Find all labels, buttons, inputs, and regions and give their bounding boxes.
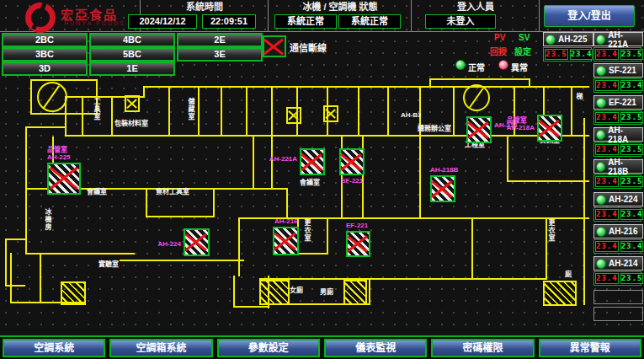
status-led-icon: [546, 35, 556, 45]
nav-button-param-setting[interactable]: 參數設定: [217, 339, 320, 357]
room-label: 會議室: [87, 188, 107, 196]
wall-line: [387, 86, 389, 137]
nav-button-meter-monitor[interactable]: 儀表監視: [324, 339, 427, 357]
normal-legend-label: 正常: [468, 61, 485, 73]
equipment-name: AH-225: [558, 35, 587, 44]
nav-button-password-auth[interactable]: 密碼權限: [431, 339, 534, 357]
wall-line: [246, 86, 247, 137]
floor-button-4bc[interactable]: 4BC: [89, 33, 175, 47]
equipment-button-ah-221a[interactable]: AH-221A: [593, 32, 643, 46]
device-tag-label: AH-218A: [507, 124, 535, 131]
device-tag-label: AH-218B: [430, 166, 458, 174]
plan-device-ah-224[interactable]: AH-224: [184, 228, 210, 256]
pv-header-label: PV: [494, 33, 505, 42]
floor-button-5bc[interactable]: 5BC: [89, 47, 175, 62]
wall-line: [111, 96, 113, 137]
wall-line: [369, 278, 370, 305]
system-date-value: 2024/12/12: [128, 14, 197, 29]
abnormal-legend-label: 異常: [511, 61, 528, 73]
room-label: 廁: [565, 271, 572, 278]
plan-device-ah-218a[interactable]: 品管室 AH-218A: [537, 115, 562, 142]
wall-line: [25, 126, 27, 255]
plan-device-sf-221[interactable]: SF-221: [339, 148, 365, 175]
comm-loss-icon: [430, 175, 455, 202]
equipment-values: 23.5 23.4: [543, 47, 592, 62]
plan-device-ef-221[interactable]: EF-221: [346, 231, 370, 257]
damper-icon: [286, 107, 301, 124]
spiral-stair-icon: [463, 84, 490, 111]
chiller-status-value: 系統正常: [274, 14, 337, 29]
login-user-label: 登入人員: [412, 2, 539, 13]
stair-hatch: [61, 281, 86, 305]
status-led-icon: [596, 35, 605, 45]
device-tag-label: EF-221: [346, 222, 368, 229]
ahu-status-value: 系統正常: [338, 14, 401, 29]
wall-line: [65, 135, 589, 137]
wall-line: [25, 126, 67, 128]
plan-device-ah-218b[interactable]: AH-218B: [430, 175, 455, 202]
wall-line: [507, 135, 508, 182]
floor-button-3d[interactable]: 3D: [2, 62, 88, 76]
login-logout-button[interactable]: 登入/登出: [544, 5, 635, 27]
device-tag-label: AH-216: [274, 217, 298, 225]
damper-icon: [125, 95, 140, 112]
floor-button-1e[interactable]: 1E: [89, 62, 175, 76]
plan-device-ah-221a[interactable]: AH-221A: [300, 148, 325, 175]
wall-line: [221, 86, 222, 137]
device-tag-label: AH-224: [157, 240, 181, 248]
room-label: 更衣室: [547, 219, 555, 242]
room-label: 女廁: [290, 287, 303, 294]
wall-line: [146, 188, 147, 217]
wall-line: [297, 253, 328, 255]
wall-line: [30, 113, 98, 115]
stair-hatch: [259, 280, 290, 305]
comm-loss-legend-icon: [263, 35, 286, 57]
comm-loss-icon: [273, 227, 299, 255]
device-tag-label: AH-225: [47, 153, 71, 161]
wall-line: [571, 86, 572, 137]
device-room-label: 品管室: [507, 116, 535, 124]
wall-line: [30, 79, 32, 115]
spiral-stair-icon: [37, 82, 67, 112]
wall-line: [5, 238, 7, 287]
nav-button-alarm[interactable]: 異常警報: [539, 339, 641, 357]
wall-line: [238, 217, 240, 276]
wall-line: [369, 278, 547, 280]
pv-value: 23.5: [545, 49, 568, 60]
scada-screen: 宏亞食品 HUNYA FOODS 系統時間 2024/12/12 22:09:5…: [0, 0, 644, 359]
nav-button-ahu-system[interactable]: 空調箱系統: [109, 339, 212, 357]
room-label: 總務辦公室: [418, 125, 451, 132]
normal-led-icon: [455, 60, 466, 70]
stair-hatch: [343, 280, 367, 305]
header-separator: [268, 0, 269, 31]
wall-line: [5, 285, 25, 287]
sv-value: 23.4: [570, 49, 593, 60]
room-label: 會議室: [300, 179, 320, 186]
floor-button-2bc[interactable]: 2BC: [2, 33, 88, 47]
plan-device-ah-225[interactable]: 品管室 AH-225: [47, 163, 81, 195]
comm-loss-icon: [184, 228, 210, 256]
plan-device-ah-216[interactable]: AH-216: [273, 227, 299, 255]
room-label: 工具室: [93, 98, 100, 121]
room-label: 儲藏室: [187, 98, 194, 121]
comm-loss-icon: [47, 163, 81, 195]
wall-line: [82, 96, 83, 137]
floor-plan: 品管室 AH-225 AH-221A SF-221 AH-214 品管室 AH-…: [0, 76, 644, 334]
plan-device-ah-214[interactable]: AH-214: [466, 116, 492, 143]
wall-line: [429, 78, 530, 80]
wall-line: [327, 217, 328, 255]
wall-line: [507, 180, 589, 182]
equipment-button-ah-225[interactable]: AH-225: [543, 32, 593, 46]
floor-button-3e[interactable]: 3E: [177, 47, 263, 62]
floor-button-2e[interactable]: 2E: [177, 33, 263, 47]
machine-status-label: 冰機 / 空調機 狀態: [269, 2, 411, 13]
room-label: 冰機房: [44, 208, 51, 231]
wall-line: [5, 238, 25, 240]
damper-icon: [323, 105, 338, 122]
nav-button-ac-system[interactable]: 空調系統: [3, 339, 105, 357]
equipment-values: 23.4 23.5: [593, 47, 641, 62]
room-label: 梯: [575, 93, 583, 100]
floor-button-3bc[interactable]: 3BC: [2, 47, 88, 62]
wall-line: [233, 276, 235, 308]
header: 宏亞食品 HUNYA FOODS 系統時間 2024/12/12 22:09:5…: [0, 0, 644, 32]
